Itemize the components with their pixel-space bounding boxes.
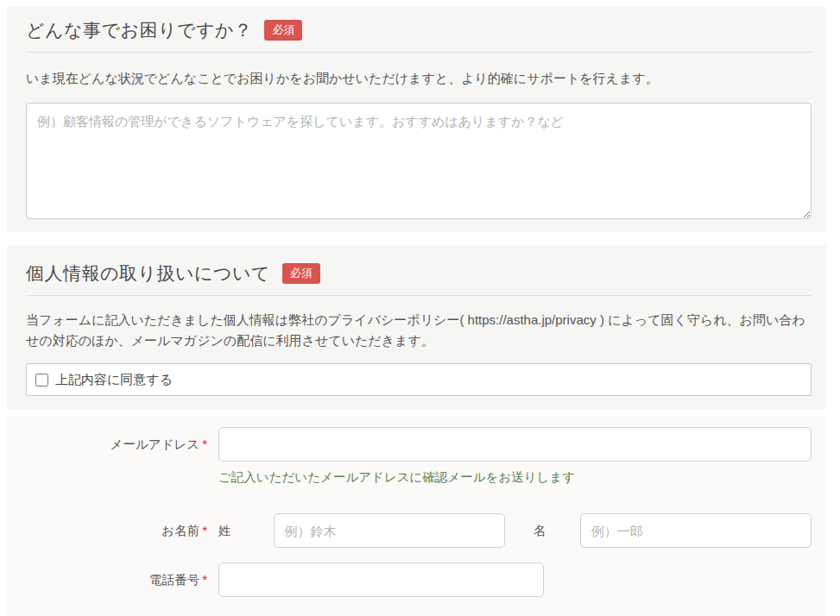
- name-label: お名前*: [26, 523, 207, 539]
- section-trouble: どんな事でお困りですか？ 必須 いま現在どんな状況でどんなことでお困りかをお聞か…: [7, 7, 826, 232]
- required-asterisk: *: [202, 437, 207, 451]
- trouble-textarea[interactable]: [26, 103, 812, 219]
- first-name-label: 名: [534, 523, 580, 539]
- section-privacy: 個人情報の取り扱いについて 必須 当フォームに記入いただきました個人情報は弊社の…: [7, 245, 826, 409]
- email-label: メールアドレス*: [26, 437, 207, 453]
- section-contact: メールアドレス* ご記入いただいたメールアドレスに確認メールをお送りします お名…: [7, 416, 826, 616]
- last-name-label: 姓: [218, 523, 274, 539]
- phone-label: 電話番号*: [26, 572, 207, 588]
- section-trouble-title: どんな事でお困りですか？: [26, 18, 252, 42]
- email-helper-text: ご記入いただいたメールアドレスに確認メールをお送りします: [218, 468, 812, 486]
- privacy-policy-text: 当フォームに記入いただきました個人情報は弊社のプライバシーポリシー( https…: [26, 310, 812, 351]
- section-trouble-header: どんな事でお困りですか？ 必須: [26, 16, 812, 45]
- divider: [26, 295, 812, 296]
- form-page: どんな事でお困りですか？ 必須 いま現在どんな状況でどんなことでお困りかをお聞か…: [7, 0, 826, 616]
- section-trouble-description: いま現在どんな状況でどんなことでお困りかをお聞かせいただけますと、より的確にサポ…: [26, 68, 812, 89]
- section-privacy-header: 個人情報の取り扱いについて 必須: [26, 259, 812, 288]
- section-gap: [7, 409, 826, 416]
- consent-label: 上記内容に同意する: [55, 372, 173, 388]
- phone-input[interactable]: [218, 563, 544, 597]
- required-badge: 必須: [264, 20, 302, 41]
- phone-row: 電話番号*: [26, 563, 812, 597]
- consent-box[interactable]: 上記内容に同意する: [26, 363, 812, 396]
- email-row: メールアドレス*: [26, 427, 812, 462]
- required-badge: 必須: [282, 263, 320, 284]
- divider: [26, 52, 812, 53]
- section-privacy-title: 個人情報の取り扱いについて: [26, 261, 270, 286]
- consent-checkbox[interactable]: [35, 374, 48, 387]
- email-input[interactable]: [218, 427, 812, 462]
- first-name-input[interactable]: [580, 513, 812, 548]
- name-row: お名前* 姓 名: [26, 513, 812, 548]
- required-asterisk: *: [202, 523, 207, 537]
- section-gap: [7, 232, 826, 245]
- required-asterisk: *: [202, 572, 207, 587]
- last-name-input[interactable]: [274, 513, 505, 548]
